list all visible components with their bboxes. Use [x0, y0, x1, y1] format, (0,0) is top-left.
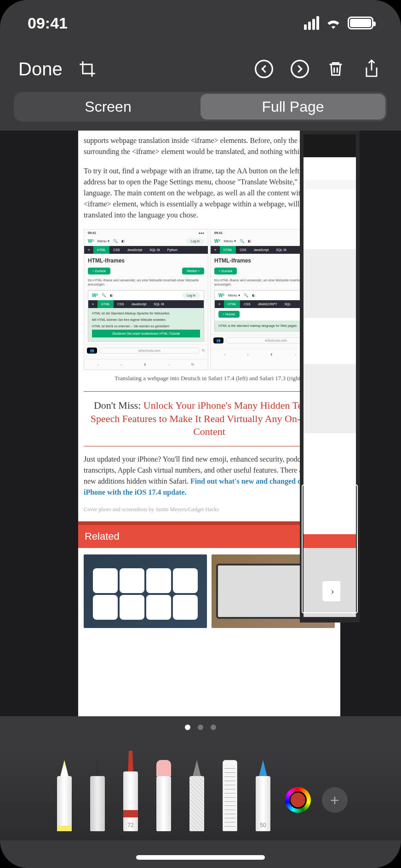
wifi-icon [326, 17, 341, 29]
page-minimap[interactable] [300, 131, 360, 622]
markup-toolbar: Done [0, 46, 401, 92]
pen-tool[interactable] [53, 760, 75, 831]
carousel-next-icon[interactable]: › [322, 581, 340, 601]
redo-icon[interactable] [289, 58, 311, 80]
status-time: 09:41 [28, 14, 68, 32]
cellular-signal-icon [304, 16, 319, 30]
dont-miss-label: Don't Miss: [94, 400, 143, 411]
battery-icon [348, 17, 373, 29]
related-card[interactable] [84, 554, 207, 628]
marker-tool[interactable]: 72 [120, 751, 142, 831]
view-mode-segmented-control: Screen Full Page [14, 92, 387, 121]
status-icons [304, 16, 373, 30]
divider [84, 446, 335, 446]
fineliner-tool[interactable] [86, 760, 109, 831]
share-icon[interactable] [361, 58, 383, 80]
article-paragraph: Just updated your iPhone? You'll find ne… [84, 454, 335, 498]
screenshot-left: 09:41●●● W³Menu ▾🔍◐Log in ≡HTMLCSSJavaSc… [84, 229, 208, 370]
eraser-tool[interactable] [153, 760, 175, 831]
svg-point-0 [256, 61, 273, 78]
status-bar: 09:41 [0, 0, 401, 46]
comparison-screenshots: 09:41●●● W³Menu ▾🔍◐Log in ≡HTMLCSSJavaSc… [84, 229, 335, 370]
undo-icon[interactable] [253, 58, 275, 80]
screen-tab[interactable]: Screen [16, 94, 200, 120]
crop-icon[interactable] [76, 58, 98, 80]
page-indicator [0, 725, 401, 730]
ruler-tool[interactable] [219, 760, 241, 831]
photo-credit: Cover photo and screenshots by Justin Me… [84, 506, 335, 513]
page-dot[interactable] [211, 725, 216, 730]
color-picker[interactable] [285, 787, 311, 813]
svg-point-1 [292, 61, 309, 78]
full-page-tab[interactable]: Full Page [200, 94, 385, 120]
dont-miss-callout: Don't Miss: Unlock Your iPhone's Many Hi… [84, 399, 335, 439]
article-paragraph: supports webpage translation inside <ifr… [84, 135, 335, 157]
done-button[interactable]: Done [18, 59, 63, 80]
pencil-tool[interactable] [186, 760, 208, 831]
article-paragraph: To try it out, find a webpage with an if… [84, 166, 335, 221]
markup-tools-toolbar: 72 50 + [0, 748, 401, 840]
divider [84, 391, 335, 392]
trash-icon[interactable] [325, 58, 347, 80]
add-tool-button[interactable]: + [322, 787, 348, 813]
crayon-tool[interactable]: 50 [252, 760, 274, 831]
home-indicator[interactable] [136, 855, 265, 860]
page-dot[interactable] [185, 725, 190, 730]
page-dot[interactable] [198, 725, 203, 730]
image-caption: Translating a webpage into Deutsch in Sa… [84, 375, 335, 382]
